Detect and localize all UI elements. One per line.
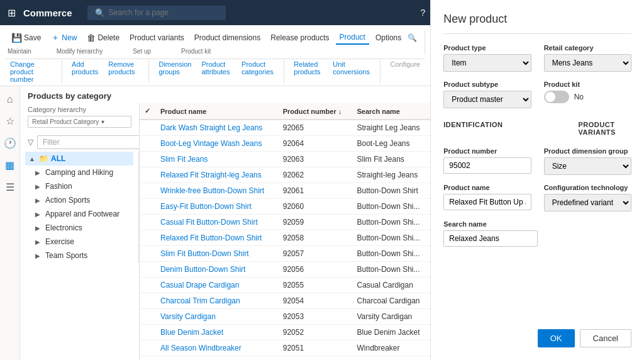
- row-check[interactable]: [140, 230, 155, 246]
- table-row[interactable]: Denim Button-Down Shirt92056Button-Down …: [140, 262, 430, 278]
- product-name-link[interactable]: Dark Wash Straight Leg Jeans: [160, 123, 262, 132]
- product-kit-toggle[interactable]: [544, 91, 569, 103]
- nav-list-icon[interactable]: ☰: [1, 179, 19, 196]
- product-variants-button[interactable]: Product variants: [126, 31, 188, 44]
- row-check[interactable]: [140, 136, 155, 152]
- search-ribbon-icon[interactable]: 🔍: [408, 33, 417, 42]
- nav-home-icon[interactable]: ⌂: [1, 91, 19, 108]
- row-check[interactable]: [140, 246, 155, 262]
- change-product-number-link[interactable]: Change product number: [10, 60, 52, 83]
- remove-products-link[interactable]: Remove products: [108, 60, 138, 83]
- table-row[interactable]: Relaxed Fit Straight-leg Jeans92062Strai…: [140, 167, 430, 183]
- product-name-cell[interactable]: Relaxed Fit Button-Down Shirt: [155, 230, 278, 246]
- table-row[interactable]: Varsity Cardigan92053Varsity Cardigan: [140, 309, 430, 325]
- nav-star-icon[interactable]: ☆: [1, 113, 19, 130]
- configure-link[interactable]: Configure: [391, 60, 421, 83]
- product-name-link[interactable]: Charcoal Trim Cardigan: [160, 296, 240, 305]
- product-name-link[interactable]: Easy-Fit Button-Down Shirt: [160, 202, 252, 211]
- product-name-cell[interactable]: Wrinkle-free Button-Down Shirt: [155, 183, 278, 199]
- product-name-input[interactable]: [443, 194, 531, 210]
- product-name-cell[interactable]: All Season Windbreaker: [155, 340, 278, 356]
- search-name-input[interactable]: [443, 230, 537, 247]
- search-name-header[interactable]: Search name: [352, 103, 430, 120]
- product-name-cell[interactable]: Slim Fit Jeans: [155, 152, 278, 167]
- nav-clock-icon[interactable]: 🕐: [1, 135, 19, 152]
- row-check[interactable]: [140, 183, 155, 199]
- row-check[interactable]: [140, 120, 155, 136]
- row-check[interactable]: [140, 293, 155, 309]
- search-box[interactable]: 🔍: [87, 6, 226, 20]
- options-tab-button[interactable]: Options: [372, 31, 405, 44]
- product-name-header[interactable]: Product name: [155, 103, 278, 120]
- product-name-cell[interactable]: Slim Fit Button-Down Shirt: [155, 246, 278, 262]
- table-row[interactable]: Wrinkle-free Button-Down Shirt92061Butto…: [140, 183, 430, 199]
- retail-category-select[interactable]: Mens Jeans: [544, 54, 631, 72]
- table-row[interactable]: Slim Fit Button-Down Shirt92057Button-Do…: [140, 246, 430, 262]
- delete-button[interactable]: 🗑 Delete: [83, 31, 123, 45]
- product-name-link[interactable]: All Season Windbreaker: [160, 344, 242, 352]
- product-name-cell[interactable]: Boot-Leg Vintage Wash Jeans: [155, 136, 278, 152]
- table-row[interactable]: Charcoal Trim Cardigan92054Charcoal Card…: [140, 293, 430, 309]
- product-dimension-select[interactable]: Size: [544, 157, 631, 175]
- tree-item-all[interactable]: ▲ 📁 ALL: [25, 152, 133, 166]
- product-name-link[interactable]: Relaxed Fit Straight-leg Jeans: [160, 171, 262, 179]
- nav-grid-icon[interactable]: ▦: [1, 157, 19, 174]
- tree-item-apparel[interactable]: ▶ Apparel and Footwear: [25, 207, 133, 221]
- product-name-cell[interactable]: Charcoal Trim Cardigan: [155, 293, 278, 309]
- filter-input[interactable]: [37, 135, 140, 149]
- table-row[interactable]: Easy-Fit Button-Down Shirt92060Button-Do…: [140, 199, 430, 215]
- grid-icon[interactable]: ⊞: [5, 4, 18, 21]
- product-name-cell[interactable]: Relaxed Fit Straight-leg Jeans: [155, 167, 278, 183]
- category-select[interactable]: Retail Product Category ▾: [28, 116, 131, 128]
- tree-item-electronics[interactable]: ▶ Electronics: [25, 221, 133, 235]
- product-tab-button[interactable]: Product: [336, 31, 369, 45]
- related-products-link[interactable]: Related products: [294, 60, 323, 83]
- product-name-cell[interactable]: Varsity Cardigan: [155, 309, 278, 325]
- help-icon[interactable]: ?: [420, 8, 425, 18]
- table-row[interactable]: Casual Drape Cardigan92055Casual Cardiga…: [140, 278, 430, 293]
- tree-item-fashion[interactable]: ▶ Fashion: [25, 179, 133, 193]
- tree-item-team-sports[interactable]: ▶ Team Sports: [25, 249, 133, 262]
- table-row[interactable]: Slim Fit Jeans92063Slim Fit Jeans: [140, 152, 430, 167]
- product-name-cell[interactable]: Easy-Fit Button-Down Shirt: [155, 199, 278, 215]
- config-technology-select[interactable]: Predefined variant: [544, 194, 631, 211]
- save-button[interactable]: 💾 Save: [8, 31, 45, 45]
- product-name-cell[interactable]: Quick-Dry Perfomance Jacket: [155, 356, 278, 361]
- product-name-link[interactable]: Wrinkle-free Button-Down Shirt: [160, 186, 264, 195]
- product-name-link[interactable]: Relaxed Fit Button-Down Shirt: [160, 233, 262, 242]
- add-products-link[interactable]: Add products: [72, 60, 98, 83]
- table-row[interactable]: Casual Fit Button-Down Shirt92059Button-…: [140, 215, 430, 230]
- row-check[interactable]: [140, 340, 155, 356]
- product-name-link[interactable]: Blue Denim Jacket: [160, 328, 223, 337]
- product-name-link[interactable]: Casual Fit Button-Down Shirt: [160, 218, 258, 227]
- row-check[interactable]: [140, 278, 155, 293]
- cancel-button[interactable]: Cancel: [580, 329, 631, 347]
- row-check[interactable]: [140, 215, 155, 230]
- row-check[interactable]: [140, 262, 155, 278]
- row-check[interactable]: [140, 309, 155, 325]
- table-row[interactable]: Blue Denim Jacket92052Blue Denim Jacket: [140, 325, 430, 340]
- product-type-select[interactable]: Item: [443, 54, 531, 72]
- table-row[interactable]: All Season Windbreaker92051Windbreaker: [140, 340, 430, 356]
- new-button[interactable]: ＋ New: [47, 30, 80, 45]
- product-subtype-select[interactable]: Product master: [443, 91, 531, 108]
- product-name-link[interactable]: Boot-Leg Vintage Wash Jeans: [160, 139, 262, 148]
- search-input[interactable]: [109, 8, 216, 17]
- product-categories-link[interactable]: Product categories: [242, 60, 274, 83]
- product-name-link[interactable]: Varsity Cardigan: [160, 312, 216, 321]
- row-check[interactable]: [140, 356, 155, 361]
- row-check[interactable]: [140, 199, 155, 215]
- product-dimensions-button[interactable]: Product dimensions: [191, 31, 264, 44]
- table-row[interactable]: Dark Wash Straight Leg Jeans92065Straigh…: [140, 120, 430, 136]
- table-row[interactable]: Quick-Dry Perfomance Jacket92050Quick-Dr…: [140, 356, 430, 361]
- dimension-groups-link[interactable]: Dimension groups: [158, 60, 191, 83]
- product-number-input[interactable]: [443, 157, 531, 174]
- table-row[interactable]: Boot-Leg Vintage Wash Jeans92064Boot-Leg…: [140, 136, 430, 152]
- table-row[interactable]: Relaxed Fit Button-Down Shirt92058Button…: [140, 230, 430, 246]
- product-name-link[interactable]: Slim Fit Button-Down Shirt: [160, 249, 249, 258]
- product-name-cell[interactable]: Blue Denim Jacket: [155, 325, 278, 340]
- product-attributes-link[interactable]: Product attributes: [201, 60, 231, 83]
- product-name-cell[interactable]: Dark Wash Straight Leg Jeans: [155, 120, 278, 136]
- product-name-link[interactable]: Slim Fit Jeans: [160, 155, 208, 164]
- product-name-cell[interactable]: Denim Button-Down Shirt: [155, 262, 278, 278]
